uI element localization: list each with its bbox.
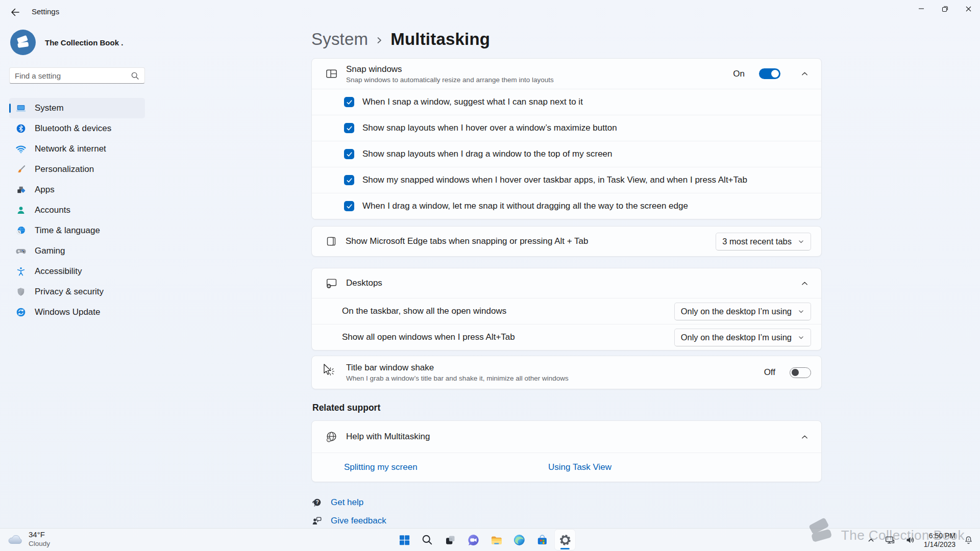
give-feedback-link[interactable]: Give feedback — [331, 516, 386, 526]
system-icon — [15, 103, 27, 114]
snap-option-drag-top[interactable]: Show snap layouts when I drag a window t… — [312, 141, 821, 167]
edge-button[interactable] — [509, 530, 529, 550]
sidebar-item-accessibility[interactable]: Accessibility — [9, 261, 145, 282]
snap-windows-toggle[interactable] — [759, 68, 780, 79]
sidebar-item-personalization[interactable]: Personalization — [9, 159, 145, 180]
get-help-icon: ? — [311, 497, 323, 508]
snap-option-show-snapped[interactable]: Show my snapped windows when I hover ove… — [312, 167, 821, 193]
sidebar-item-privacy[interactable]: Privacy & security — [9, 282, 145, 302]
edge-tabs-icon — [325, 235, 337, 247]
edge-tabs-dropdown[interactable]: 3 most recent tabs — [716, 233, 811, 251]
weather-widget[interactable]: 34°F Cloudy — [7, 530, 50, 548]
profile[interactable]: The Collection Book . — [10, 30, 145, 55]
sidebar-item-label: Accounts — [35, 205, 70, 215]
checkbox-checked-icon[interactable] — [344, 123, 354, 133]
dropdown-value: Only on the desktop I’m using — [681, 307, 792, 316]
sidebar-item-time-language[interactable]: Time & language — [9, 220, 145, 241]
link-using-task-view[interactable]: Using Task View — [548, 462, 611, 472]
snap-option-suggest[interactable]: When I snap a window, suggest what I can… — [312, 89, 821, 115]
give-feedback-icon — [311, 515, 323, 527]
network-icon — [15, 143, 27, 155]
desktops-title: Desktops — [346, 278, 780, 288]
get-help-item[interactable]: ? Get help — [311, 494, 363, 511]
help-header[interactable]: ? Help with Multitasking — [312, 421, 821, 453]
desktops-taskbar-dropdown[interactable]: Only on the desktop I’m using — [674, 303, 811, 320]
file-explorer-button[interactable] — [486, 530, 506, 550]
start-button[interactable] — [394, 530, 414, 550]
task-view-button[interactable] — [440, 530, 460, 550]
breadcrumb-system[interactable]: System — [311, 30, 368, 49]
give-feedback-item[interactable]: Give feedback — [311, 513, 386, 529]
sidebar-item-label: Personalization — [35, 164, 94, 174]
taskbar-search-button[interactable] — [417, 530, 437, 550]
chevron-right-icon — [375, 36, 383, 44]
sidebar-item-label: Time & language — [35, 226, 100, 236]
accounts-icon — [15, 205, 27, 216]
search-input[interactable] — [15, 71, 131, 80]
clock[interactable]: 6:50 PM 1/14/2023 — [924, 532, 955, 549]
hidden-icons-button[interactable] — [866, 535, 876, 545]
toggle-knob — [792, 369, 799, 376]
shake-toggle-label: Off — [764, 367, 775, 378]
sidebar-item-bluetooth[interactable]: Bluetooth & devices — [9, 118, 145, 139]
sidebar-item-gaming[interactable]: Gaming — [9, 241, 145, 261]
volume-tray-button[interactable] — [903, 533, 917, 547]
maximize-button[interactable] — [933, 0, 957, 17]
snap-windows-header[interactable]: Snap windows Snap windows to automatical… — [312, 59, 821, 89]
cloudy-icon — [7, 533, 23, 545]
checkbox-label: Show snap layouts when I drag a window t… — [362, 149, 612, 159]
edge-tabs-label: Show Microsoft Edge tabs when snapping o… — [346, 236, 707, 246]
search-box[interactable] — [9, 67, 145, 84]
settings-button[interactable] — [555, 530, 575, 550]
snap-option-snap-without-drag[interactable]: When I drag a window, let me snap it wit… — [312, 193, 821, 219]
desktops-header[interactable]: Desktops — [312, 268, 821, 298]
get-help-link[interactable]: Get help — [331, 497, 363, 508]
sidebar-item-accounts[interactable]: Accounts — [9, 200, 145, 220]
checkbox-checked-icon[interactable] — [344, 97, 354, 107]
network-tray-button[interactable] — [883, 533, 897, 547]
window-controls — [910, 0, 980, 17]
checkbox-checked-icon[interactable] — [344, 149, 354, 159]
snap-option-hover-maximize[interactable]: Show snap layouts when I hover over a wi… — [312, 115, 821, 141]
shake-row: Title bar window shake When I grab a win… — [312, 356, 821, 389]
chat-icon — [467, 534, 479, 546]
task-view-icon — [444, 534, 456, 546]
snap-collapse-button[interactable] — [798, 67, 811, 81]
link-splitting-my-screen[interactable]: Splitting my screen — [344, 462, 418, 472]
chat-button[interactable] — [463, 530, 483, 550]
tray-date: 1/14/2023 — [924, 540, 955, 549]
minimize-button[interactable] — [910, 0, 933, 17]
checkbox-checked-icon[interactable] — [344, 201, 354, 211]
snap-windows-group: Snap windows Snap windows to automatical… — [311, 58, 822, 219]
store-icon — [535, 534, 548, 546]
notifications-button[interactable]: z — [962, 534, 975, 546]
accessibility-icon — [15, 266, 27, 277]
sidebar-item-label: System — [35, 103, 64, 113]
chevron-up-icon — [801, 280, 808, 287]
titlebar: Settings — [0, 0, 980, 24]
sidebar-item-label: Network & internet — [35, 144, 106, 154]
globe-help-icon: ? — [325, 431, 338, 443]
sidebar-item-system[interactable]: System — [9, 98, 145, 118]
back-button[interactable] — [6, 4, 24, 21]
desktops-alttab-dropdown[interactable]: Only on the desktop I’m using — [674, 329, 811, 346]
checkbox-label: When I snap a window, suggest what I can… — [362, 97, 583, 107]
sidebar-item-windows-update[interactable]: Windows Update — [9, 302, 145, 322]
snap-toggle-label: On — [733, 69, 745, 79]
weather-temp: 34°F — [29, 530, 50, 539]
sidebar-item-network[interactable]: Network & internet — [9, 139, 145, 159]
desktops-taskbar-label: On the taskbar, show all the open window… — [342, 306, 666, 316]
svg-text:?: ? — [315, 499, 318, 505]
search-icon — [131, 71, 139, 80]
settings-gear-icon — [558, 534, 571, 546]
help-collapse-button[interactable] — [798, 430, 811, 443]
close-button[interactable] — [957, 0, 980, 17]
sidebar-item-apps[interactable]: Apps — [9, 180, 145, 200]
avatar — [10, 30, 36, 55]
store-button[interactable] — [532, 530, 552, 550]
shake-toggle[interactable] — [790, 367, 811, 378]
checkbox-label: When I drag a window, let me snap it wit… — [362, 201, 688, 211]
checkbox-checked-icon[interactable] — [344, 175, 354, 185]
desktops-collapse-button[interactable] — [798, 277, 811, 290]
edge-tabs-card: Show Microsoft Edge tabs when snapping o… — [311, 226, 822, 257]
